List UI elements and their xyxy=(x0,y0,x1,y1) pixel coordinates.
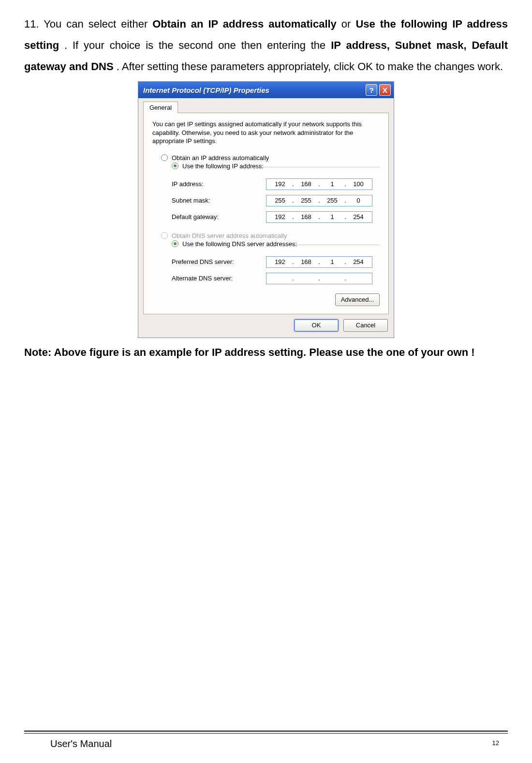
subnet-mask-label: Subnet mask: xyxy=(172,197,266,204)
ip-address-input[interactable]: 192. 168. 1. 100 xyxy=(266,178,372,190)
para-mid-2: . If your choice is the second one then … xyxy=(64,39,331,51)
note-text: Note: Above figure is an example for IP … xyxy=(24,342,508,363)
ip-seg: 168 xyxy=(297,258,315,265)
ip-seg: 255 xyxy=(324,197,341,204)
tab-general[interactable]: General xyxy=(143,102,178,113)
dialog-body: General You can get IP settings assigned… xyxy=(138,98,394,314)
ip-dot: . xyxy=(318,258,321,265)
ip-seg: 0 xyxy=(350,197,367,204)
ip-seg: 254 xyxy=(350,213,367,220)
ip-seg: 1 xyxy=(324,180,341,188)
ip-dot: . xyxy=(344,213,347,220)
footer-rule-thin xyxy=(24,733,508,734)
groupbox-line xyxy=(258,167,380,167)
page-footer: User's Manual 12 xyxy=(24,731,508,749)
instruction-paragraph: 11. You can select either Obtain an IP a… xyxy=(24,14,508,77)
radio-use-ip-label: Use the following IP address: xyxy=(182,162,264,170)
dns-fields: Preferred DNS server: 192. 168. 1. 254 A… xyxy=(172,254,380,287)
footer-rule-thick xyxy=(24,731,508,733)
radio-obtain-ip-auto[interactable]: Obtain an IP address automatically xyxy=(161,154,380,161)
ip-dot: . xyxy=(292,180,295,188)
footer-page-number: 12 xyxy=(492,739,499,750)
default-gateway-label: Default gateway: xyxy=(172,213,266,220)
ok-button-label: OK xyxy=(312,322,321,329)
para-bold-1: Obtain an IP address automatically xyxy=(152,18,337,30)
ip-dot: . xyxy=(318,275,321,282)
radio-icon xyxy=(161,232,168,239)
ip-seg: 192 xyxy=(271,258,289,265)
dialog-title: Internet Protocol (TCP/IP) Properties xyxy=(143,86,364,94)
ip-fields: IP address: 192. 168. 1. 100 Subnet mask… xyxy=(172,176,380,225)
ip-seg: 100 xyxy=(350,180,367,188)
ip-dot: . xyxy=(344,180,347,188)
ip-dot: . xyxy=(292,213,295,220)
ip-seg: 1 xyxy=(324,213,341,220)
ip-seg: 192 xyxy=(271,213,289,220)
ip-seg: 1 xyxy=(324,258,341,265)
ip-dot: . xyxy=(292,275,295,282)
advanced-button[interactable]: Advanced... xyxy=(335,293,380,306)
advanced-button-label: Advanced... xyxy=(341,296,374,303)
cancel-button[interactable]: Cancel xyxy=(343,319,388,332)
ip-dot: . xyxy=(344,197,347,204)
radio-obtain-dns-auto: Obtain DNS server address automatically xyxy=(161,232,380,239)
help-icon: ? xyxy=(369,86,373,94)
alternate-dns-label: Alternate DNS server: xyxy=(172,275,266,282)
para-mid-1: or xyxy=(341,18,356,30)
ip-dot: . xyxy=(292,197,295,204)
dialog-footer: OK Cancel xyxy=(138,314,394,337)
radio-icon xyxy=(161,154,168,161)
ip-seg: 255 xyxy=(271,197,289,204)
dialog-description: You can get IP settings assigned automat… xyxy=(152,120,380,146)
group-use-ip: Use the following IP address: xyxy=(161,163,380,171)
ip-seg: 254 xyxy=(350,258,367,265)
tcpip-properties-dialog: Internet Protocol (TCP/IP) Properties ? … xyxy=(138,81,394,338)
close-icon: X xyxy=(383,86,387,94)
ip-seg: 168 xyxy=(297,180,315,188)
tab-panel-general: You can get IP settings assigned automat… xyxy=(143,113,389,314)
ip-seg: 168 xyxy=(297,213,315,220)
radio-icon xyxy=(172,240,178,247)
radio-obtain-ip-auto-label: Obtain an IP address automatically xyxy=(172,154,269,161)
ip-dot: . xyxy=(318,180,321,188)
ip-dot: . xyxy=(318,197,321,204)
ip-seg: 192 xyxy=(271,180,289,188)
ip-seg: 255 xyxy=(297,197,315,204)
tab-general-label: General xyxy=(149,104,172,111)
cancel-button-label: Cancel xyxy=(356,322,375,329)
help-button[interactable]: ? xyxy=(366,84,377,96)
para-prefix: 11. You can select either xyxy=(24,18,152,30)
radio-use-dns-label: Use the following DNS server addresses: xyxy=(182,240,297,248)
ok-button[interactable]: OK xyxy=(294,319,339,332)
subnet-mask-input[interactable]: 255. 255. 255. 0 xyxy=(266,195,372,206)
ip-address-label: IP address: xyxy=(172,180,266,188)
group-use-dns: Use the following DNS server addresses: xyxy=(161,241,380,249)
ip-dot: . xyxy=(344,258,347,265)
radio-icon xyxy=(172,162,178,169)
ip-dot: . xyxy=(344,275,347,282)
dialog-titlebar: Internet Protocol (TCP/IP) Properties ? … xyxy=(138,82,394,98)
default-gateway-input[interactable]: 192. 168. 1. 254 xyxy=(266,211,372,223)
figure-container: Internet Protocol (TCP/IP) Properties ? … xyxy=(24,81,508,338)
para-suffix: . After setting these parameters appropr… xyxy=(117,60,503,73)
preferred-dns-input[interactable]: 192. 168. 1. 254 xyxy=(266,256,372,268)
alternate-dns-input[interactable]: . . . xyxy=(266,273,372,284)
footer-manual-label: User's Manual xyxy=(50,738,112,749)
preferred-dns-label: Preferred DNS server: xyxy=(172,258,266,265)
close-button[interactable]: X xyxy=(379,84,391,96)
groupbox-line xyxy=(292,245,380,245)
ip-dot: . xyxy=(292,258,295,265)
ip-dot: . xyxy=(318,213,321,220)
radio-obtain-dns-auto-label: Obtain DNS server address automatically xyxy=(172,232,287,239)
